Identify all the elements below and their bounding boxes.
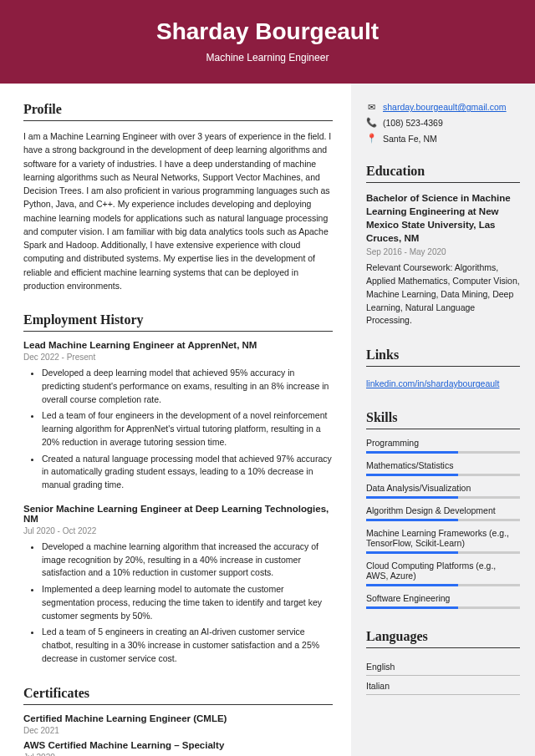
skill-item: Algorithm Design & Development xyxy=(366,505,520,521)
contact-email-row: ✉ sharday.bourgeault@gmail.com xyxy=(366,102,520,112)
job-date: Dec 2022 - Present xyxy=(23,353,333,362)
skill-bar xyxy=(366,584,520,586)
skill-bar xyxy=(366,474,520,476)
phone-text: (108) 523-4369 xyxy=(383,118,443,128)
linkedin-link[interactable]: linkedin.com/in/shardaybourgeault xyxy=(366,378,499,388)
bullet: Led a team of 5 engineers in creating an… xyxy=(42,626,333,665)
cert-title: AWS Certified Machine Learning – Special… xyxy=(23,740,333,750)
skill-item: Data Analysis/Visualization xyxy=(366,483,520,499)
skill-item: Cloud Computing Platforms (e.g., AWS, Az… xyxy=(366,561,520,586)
job-date: Jul 2020 - Oct 2022 xyxy=(23,526,333,535)
profile-text: I am a Machine Learning Engineer with ov… xyxy=(23,129,333,292)
content-container: Profile I am a Machine Learning Engineer… xyxy=(0,84,535,756)
education-heading: Education xyxy=(366,164,520,183)
education-title: Bachelor of Science in Machine Learning … xyxy=(366,191,520,245)
cert-date: Dec 2021 xyxy=(23,726,333,735)
cert-title: Certified Machine Learning Engineer (CML… xyxy=(23,713,333,723)
skill-item: Software Engineering xyxy=(366,593,520,609)
bullet: Developed a machine learning algorithm t… xyxy=(42,540,333,580)
skill-label: Mathematics/Statistics xyxy=(366,460,453,470)
skill-label: Algorithm Design & Development xyxy=(366,505,496,515)
job-title: Senior Machine Learning Engineer at Deep… xyxy=(23,504,333,524)
cert-date: Jul 2020 xyxy=(23,753,333,756)
location-icon: 📍 xyxy=(366,133,376,144)
main-column: Profile I am a Machine Learning Engineer… xyxy=(0,84,351,756)
education-date: Sep 2016 - May 2020 xyxy=(366,247,520,256)
skill-bar xyxy=(366,519,520,521)
resume-header: Sharday Bourgeault Machine Learning Engi… xyxy=(0,0,535,84)
languages-heading: Languages xyxy=(366,629,520,648)
education-desc: Relevant Coursework: Algorithms, Applied… xyxy=(366,261,520,327)
skill-item: Machine Learning Frameworks (e.g., Tenso… xyxy=(366,528,520,554)
skill-label: Programming xyxy=(366,438,419,448)
language-item: Italian xyxy=(366,676,520,695)
skill-item: Programming xyxy=(366,438,520,454)
job-bullets: Developed a machine learning algorithm t… xyxy=(23,540,333,666)
contact-location-row: 📍 Santa Fe, NM xyxy=(366,133,520,144)
skill-bar xyxy=(366,551,520,554)
location-text: Santa Fe, NM xyxy=(383,134,437,144)
skill-label: Machine Learning Frameworks (e.g., Tenso… xyxy=(366,528,509,548)
email-icon: ✉ xyxy=(366,102,376,112)
email-link[interactable]: sharday.bourgeault@gmail.com xyxy=(383,102,507,112)
skill-item: Mathematics/Statistics xyxy=(366,460,520,476)
bullet: Led a team of four engineers in the deve… xyxy=(42,409,333,449)
bullet: Created a natural language processing mo… xyxy=(42,453,333,492)
bullet: Implemented a deep learning model to aut… xyxy=(42,583,333,622)
job-bullets: Developed a deep learning model that ach… xyxy=(23,367,333,492)
contact-phone-row: 📞 (108) 523-4369 xyxy=(366,117,520,128)
skills-heading: Skills xyxy=(366,410,520,429)
profile-heading: Profile xyxy=(23,102,333,121)
person-title: Machine Learning Engineer xyxy=(0,52,535,63)
skill-label: Data Analysis/Visualization xyxy=(366,483,471,493)
skill-label: Cloud Computing Platforms (e.g., AWS, Az… xyxy=(366,561,496,581)
skill-label: Software Engineering xyxy=(366,593,450,603)
employment-heading: Employment History xyxy=(23,312,333,332)
language-item: English xyxy=(366,657,520,676)
sidebar-column: ✉ sharday.bourgeault@gmail.com 📞 (108) 5… xyxy=(351,84,535,756)
skill-bar xyxy=(366,451,520,454)
bullet: Developed a deep learning model that ach… xyxy=(42,367,333,406)
skill-bar xyxy=(366,496,520,499)
skill-bar xyxy=(366,606,520,609)
links-heading: Links xyxy=(366,348,520,367)
certificates-heading: Certificates xyxy=(23,686,333,705)
person-name: Sharday Bourgeault xyxy=(0,18,535,45)
job-title: Lead Machine Learning Engineer at Appren… xyxy=(23,340,333,350)
phone-icon: 📞 xyxy=(366,117,376,128)
